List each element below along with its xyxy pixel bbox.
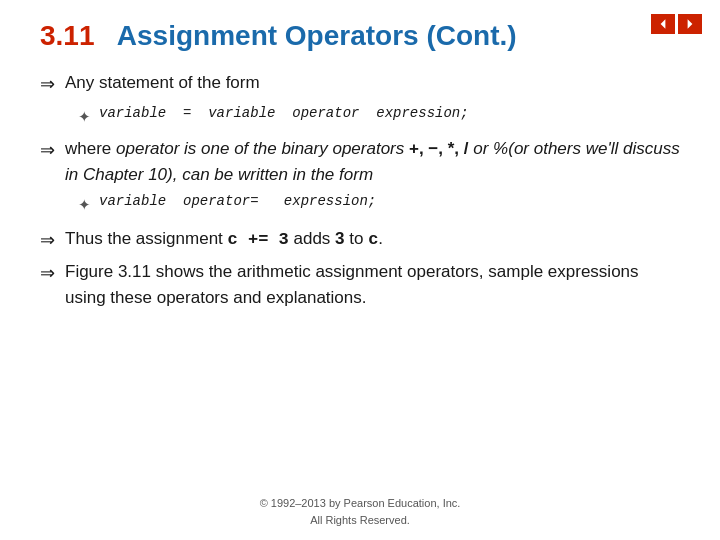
sub-arrow-1: ✦ [78,105,91,128]
forward-button[interactable] [678,14,702,34]
bullet-text-2: where operator is one of the binary oper… [65,136,680,187]
sub-text-1: variable = variable operator expression; [99,103,469,124]
svg-marker-1 [688,19,693,29]
bullet-text-1: Any statement of the form [65,70,260,96]
bullet-text-3: Thus the assignment c += 3 adds 3 to c. [65,226,383,253]
title-text: Assignment Operators (Cont.) [117,20,517,51]
bullet-arrow-1: ⇒ [40,71,55,99]
bullet-arrow-4: ⇒ [40,260,55,288]
sub-arrow-2: ✦ [78,193,91,216]
bullet-arrow-2: ⇒ [40,137,55,165]
nav-buttons [651,14,702,34]
code-c: c [368,230,378,249]
code-c-plus-3: c += 3 [228,230,289,249]
footer-line2: All Rights Reserved. [0,512,720,529]
title-number: 3.11 [40,20,95,51]
bullet-arrow-3: ⇒ [40,227,55,255]
svg-marker-0 [661,19,666,29]
back-button[interactable] [651,14,675,34]
slide: 3.11 Assignment Operators (Cont.) ⇒ Any … [0,0,720,540]
bullet-item-2: ⇒ where operator is one of the binary op… [40,136,680,187]
slide-title: 3.11 Assignment Operators (Cont.) [40,20,680,52]
content-area: ⇒ Any statement of the form ✦ variable =… [40,70,680,310]
sub-text-2: variable operator= expression; [99,191,376,212]
sub-bullet-1: ✦ variable = variable operator expressio… [78,103,680,128]
bullet-item-1: ⇒ Any statement of the form [40,70,680,99]
footer: © 1992–2013 by Pearson Education, Inc. A… [0,495,720,528]
sub-bullet-2: ✦ variable operator= expression; [78,191,680,216]
footer-line1: © 1992–2013 by Pearson Education, Inc. [0,495,720,512]
bullet-item-3: ⇒ Thus the assignment c += 3 adds 3 to c… [40,226,680,255]
bullet-text-4: Figure 3.11 shows the arithmetic assignm… [65,259,680,310]
bullet-item-4: ⇒ Figure 3.11 shows the arithmetic assig… [40,259,680,310]
